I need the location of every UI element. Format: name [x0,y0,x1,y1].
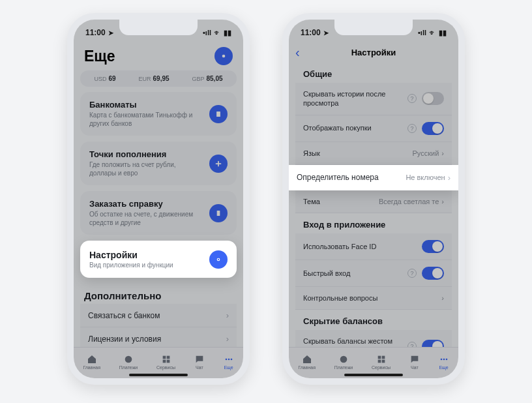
tab-label: Платежи [119,365,138,370]
section-extra: Дополнительно [80,284,237,304]
screen: 11:00 ➤ •ıllᯤ▮▮ Еще USD69 EUR69,95 GBP85… [74,20,243,378]
home-indicator[interactable] [344,374,403,376]
svg-point-21 [445,358,447,360]
location-icon: ➤ [323,29,329,37]
chevron-right-icon: › [226,310,229,320]
rate-label: USD [94,76,106,82]
hint-icon[interactable]: ? [407,94,417,103]
tab-chat[interactable]: Чат [409,354,420,370]
status-right: •ıllᯤ▮▮ [418,29,447,37]
group-hide-balances: Скрытие балансов [295,310,452,330]
card-title: Заказать справку [89,199,200,209]
tab-label: Сервисы [372,365,391,370]
tab-label: Платежи [334,365,353,370]
row-label: Контрольные вопросы [303,293,377,303]
home-indicator[interactable] [129,374,188,376]
svg-rect-16 [381,355,385,359]
page-title-text: Еще [84,48,115,65]
tab-payments[interactable]: Платежи [119,354,138,370]
tab-services[interactable]: Сервисы [156,354,175,370]
row-label: Тема [303,197,320,206]
svg-rect-8 [166,355,170,359]
toggle[interactable] [422,92,444,105]
svg-rect-2 [216,111,220,116]
chevron-right-icon: › [226,334,229,344]
hint-icon[interactable]: ? [407,124,417,133]
plus-icon [209,155,228,173]
card-settings[interactable]: Настройки Вид приложения и функции [80,241,237,278]
svg-point-19 [440,358,442,360]
svg-rect-3 [217,210,220,215]
svg-point-14 [340,355,347,363]
profile-icon[interactable] [214,47,233,65]
tab-label: Сервисы [156,365,175,370]
row-label: Отображать покупки [303,123,372,132]
row-theme[interactable]: Тема Всегда светлая те› [295,190,452,213]
nav-title: Настройки [351,48,396,57]
card-subtitle: Карта с банкоматами Тинькофф и других ба… [89,111,200,128]
tab-more[interactable]: Еще [439,354,449,370]
status-time: 11:00 [85,28,106,37]
rate-value: 69,95 [153,75,170,82]
svg-rect-10 [166,359,170,363]
row-hide-stories[interactable]: Скрывать истории после просмотра ? [295,83,452,115]
row-face-id[interactable]: Использовать Face ID [295,233,452,260]
content: Еще USD69 EUR69,95 GBP85,05 Банкоматы Ка… [74,42,243,347]
row-caller-id[interactable]: Определитель номера Не включен› [289,165,458,190]
row-contact-bank[interactable]: Связаться с банком › [80,304,237,327]
tab-more[interactable]: Еще [224,354,234,370]
svg-rect-9 [162,359,166,363]
rate-value: 85,05 [207,75,223,82]
location-icon: ➤ [108,29,113,37]
tab-label: Еще [224,365,233,370]
toggle[interactable] [422,267,444,280]
card-subtitle: Об остатке на счете, с движением средств… [89,210,200,227]
row-label: Язык [303,149,320,158]
currency-rates[interactable]: USD69 EUR69,95 GBP85,05 [80,70,237,87]
svg-point-5 [218,258,219,260]
svg-point-13 [230,358,232,360]
tab-label: Чат [411,365,419,370]
tab-home[interactable]: Главная [83,354,100,370]
tab-chat[interactable]: Чат [194,354,205,370]
card-subtitle: Где положить на счет рубли, доллары и ев… [89,160,200,177]
tab-label: Главная [298,365,316,370]
tab-services[interactable]: Сервисы [372,354,391,370]
hint-icon[interactable]: ? [407,269,417,278]
card-topup[interactable]: Точки пополнения Где положить на счет ру… [80,142,237,185]
page-title: Еще [80,42,237,69]
row-language[interactable]: Язык Русский› [295,142,452,165]
row-security-questions[interactable]: Контрольные вопросы › [295,287,452,310]
svg-rect-18 [381,359,385,363]
group-general: Общие [295,63,452,83]
row-value: Всегда светлая те [379,198,439,205]
rate-label: GBP [192,76,204,82]
phone-left: 11:00 ➤ •ıllᯤ▮▮ Еще USD69 EUR69,95 GBP85… [67,13,250,385]
row-label: Лицензии и условия [88,335,161,344]
svg-point-6 [125,355,132,363]
status-bar: 11:00 ➤ •ıllᯤ▮▮ [289,20,458,42]
card-title: Банкоматы [89,100,200,110]
rate-value: 69 [108,75,115,82]
row-show-purchases[interactable]: Отображать покупки ? [295,115,452,142]
card-atms[interactable]: Банкоматы Карта с банкоматами Тинькофф и… [80,92,237,136]
svg-point-20 [443,358,445,360]
row-label: Использовать Face ID [303,242,376,251]
chevron-right-icon: › [448,173,451,183]
document-icon [209,204,228,222]
phone-right: 11:00 ➤ •ıllᯤ▮▮ ‹ Настройки Общие Скрыва… [282,13,465,385]
row-licenses[interactable]: Лицензии и условия › [80,327,237,347]
tab-payments[interactable]: Платежи [334,354,353,370]
toggle[interactable] [422,240,444,253]
card-title: Настройки [89,250,173,260]
status-right: •ıllᯤ▮▮ [203,29,231,37]
back-button[interactable]: ‹ [295,45,300,60]
toggle[interactable] [422,122,444,135]
card-statement[interactable]: Заказать справку Об остатке на счете, с … [80,191,237,235]
tab-home[interactable]: Главная [298,354,316,370]
group-login: Вход в приложение [295,213,452,233]
rate-label: EUR [139,76,151,82]
card-subtitle: Вид приложения и функции [89,261,173,269]
row-quick-login[interactable]: Быстрый вход ? [295,260,452,287]
row-label: Связаться с банком [88,311,160,320]
